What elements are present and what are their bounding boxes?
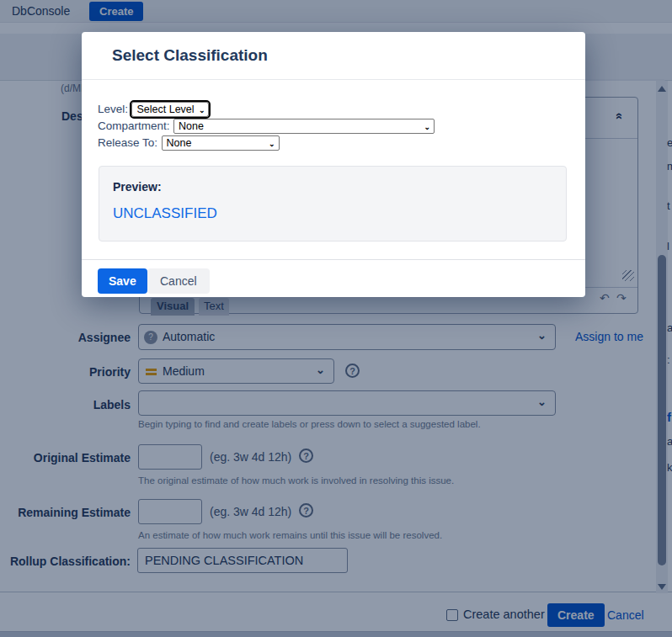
- release-to-select[interactable]: None ⌄: [162, 135, 280, 151]
- preview-value: UNCLASSIFIED: [113, 205, 217, 222]
- compartment-label: Compartment:: [98, 119, 170, 132]
- screen: DbConsole Create Create Issue Configure …: [0, 0, 672, 637]
- level-row: Level: Select Level ⌄: [98, 101, 209, 118]
- level-value: Select Level: [136, 104, 194, 115]
- modal-footer-divider: [82, 259, 585, 260]
- save-button[interactable]: Save: [98, 268, 147, 294]
- level-select[interactable]: Select Level ⌄: [131, 102, 209, 117]
- chevron-down-icon: ⌄: [269, 137, 275, 151]
- level-label: Level:: [98, 103, 128, 115]
- chevron-down-icon: ⌄: [424, 120, 430, 134]
- modal-cancel-button[interactable]: Cancel: [147, 268, 210, 294]
- chevron-down-icon: ⌄: [199, 104, 205, 117]
- compartment-row: Compartment: None ⌄: [98, 118, 435, 135]
- modal-header: Select Classification: [82, 32, 585, 80]
- compartment-select[interactable]: None ⌄: [173, 119, 435, 134]
- release-to-row: Release To: None ⌄: [98, 135, 280, 151]
- release-to-label: Release To:: [98, 136, 157, 149]
- release-to-value: None: [167, 137, 192, 149]
- select-classification-modal: Select Classification Level: Select Leve…: [82, 32, 585, 297]
- classification-preview: Preview: UNCLASSIFIED: [99, 166, 567, 242]
- preview-label: Preview:: [113, 180, 162, 194]
- modal-title: Select Classification: [112, 46, 268, 65]
- compartment-value: None: [179, 120, 204, 132]
